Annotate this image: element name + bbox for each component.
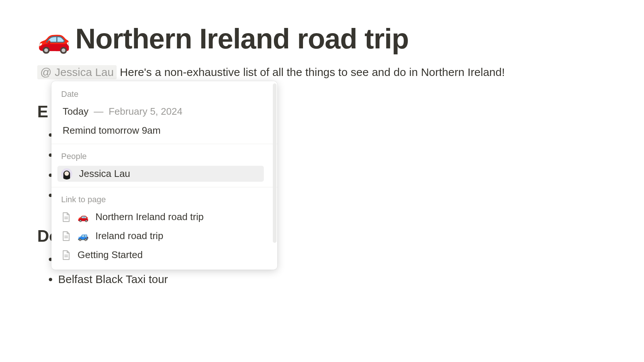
page-emoji-icon[interactable]: 🚗	[37, 25, 71, 52]
popup-item-remind[interactable]: Remind tomorrow 9am	[51, 121, 277, 140]
mention-chip[interactable]: @ Jessica Lau	[37, 65, 117, 79]
popup-section-link: Link to page	[51, 190, 277, 207]
link-emoji-icon: 🚗	[78, 212, 89, 222]
popup-section-date: Date	[51, 84, 277, 102]
popup-item-link[interactable]: 🚗 Northern Ireland road trip	[51, 207, 277, 226]
page-icon	[61, 212, 71, 222]
person-name: Jessica Lau	[79, 168, 130, 180]
intro-text: Here's a non-exhaustive list of all the …	[117, 66, 505, 78]
page-icon	[61, 250, 71, 260]
today-label: Today	[63, 106, 88, 117]
dash-separator: —	[94, 106, 103, 117]
popup-item-link[interactable]: Getting Started	[51, 245, 277, 264]
avatar-icon	[61, 168, 72, 180]
popup-item-link[interactable]: 🚙 Ireland road trip	[51, 226, 277, 245]
link-title: Ireland road trip	[95, 230, 163, 242]
link-title: Northern Ireland road trip	[95, 211, 203, 223]
popup-item-today[interactable]: Today — February 5, 2024	[51, 102, 277, 121]
popup-scrollbar[interactable]	[273, 83, 277, 243]
mention-popup: Date Today — February 5, 2024 Remind tom…	[51, 81, 277, 270]
popup-divider	[51, 144, 277, 144]
popup-item-person[interactable]: Jessica Lau	[51, 164, 277, 183]
link-title: Getting Started	[78, 249, 143, 261]
intro-paragraph[interactable]: @ Jessica Lau Here's a non-exhaustive li…	[37, 65, 607, 79]
page-title[interactable]: Northern Ireland road trip	[75, 22, 409, 55]
list-item[interactable]: Belfast Black Taxi tour	[58, 273, 607, 286]
today-date: February 5, 2024	[108, 106, 182, 117]
page-header: 🚗 Northern Ireland road trip	[37, 22, 607, 55]
page-icon	[61, 231, 71, 241]
popup-divider	[51, 187, 277, 187]
popup-section-people: People	[51, 146, 277, 164]
remind-label: Remind tomorrow 9am	[63, 125, 161, 136]
link-emoji-icon: 🚙	[78, 231, 89, 241]
